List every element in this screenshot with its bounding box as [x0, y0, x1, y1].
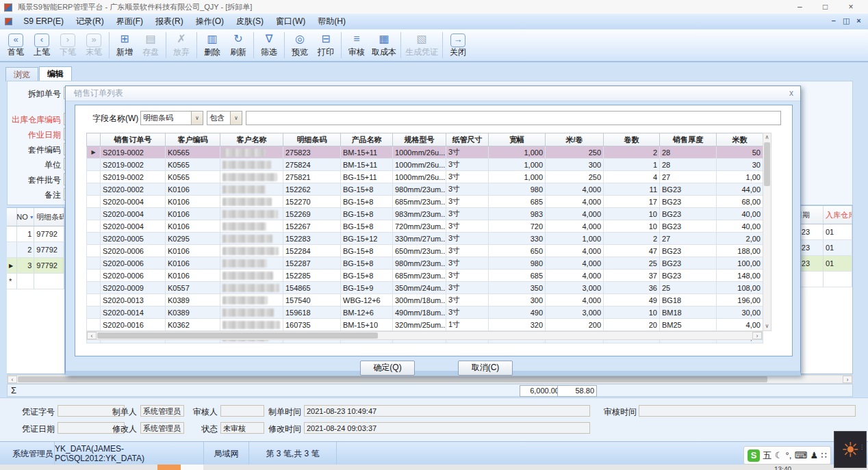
sales-order-row[interactable]: S2020-0002K0106152262BG-15+8980mm/23um..…: [87, 183, 763, 196]
right-grid-row[interactable]: 8-2301: [793, 240, 852, 256]
tab-浏览[interactable]: 浏览: [5, 67, 38, 81]
field-select[interactable]: 明细条码 ∨: [140, 111, 203, 125]
squares-icon[interactable]: ∷: [821, 450, 827, 460]
cancel-button[interactable]: 取消(C): [458, 361, 513, 376]
sales-order-row[interactable]: S2020-0004K0106152269BG-15+8983mm/23um..…: [87, 208, 763, 220]
table-vertical-scrollbar[interactable]: ∧ ∨: [763, 133, 771, 331]
menu-item-1[interactable]: 记录(R): [70, 14, 110, 29]
no-cell: [17, 274, 35, 289]
column-header-宽幅[interactable]: 宽幅: [489, 133, 546, 146]
moon-icon[interactable]: ☾: [775, 450, 783, 460]
scroll-right-icon[interactable]: ›: [843, 376, 852, 383]
scroll-left-icon[interactable]: ‹: [8, 376, 17, 383]
scrollbar-thumb[interactable]: [97, 332, 378, 339]
column-header-规格型号[interactable]: 规格型号: [393, 133, 446, 146]
keyboard-icon[interactable]: ⌨: [795, 450, 808, 460]
dialog-title-bar[interactable]: 销售订单列表 x: [66, 86, 800, 101]
column-header-客户编码[interactable]: 客户编码: [166, 133, 220, 146]
mdi-restore-button[interactable]: ◫: [841, 16, 852, 25]
sales-order-row[interactable]: S2020-0005K0295152283BG-15+12330mm/27um.…: [87, 233, 763, 245]
menu-item-3[interactable]: 报表(R): [149, 14, 190, 29]
ok-button[interactable]: 确定(Q): [360, 361, 415, 376]
chevron-down-icon[interactable]: ∨: [230, 112, 242, 125]
sales-order-row[interactable]: S2020-0006K0106152287BG-15+8980mm/23um..…: [87, 257, 763, 270]
toolbar-button-新增[interactable]: ⊞新增: [112, 29, 138, 57]
status-bar: 系统管理员YK_DATA(JAMES-PC\SQL2012:YK_DATA)局域…: [0, 441, 868, 465]
minimize-button[interactable]: –: [788, 0, 811, 14]
column-header-米/卷[interactable]: 米/卷: [546, 133, 604, 146]
dialog-close-icon[interactable]: x: [789, 86, 793, 101]
cell: 40,00: [717, 208, 763, 220]
scrollbar-thumb[interactable]: [18, 376, 767, 382]
maximize-button[interactable]: □: [814, 0, 837, 14]
person-icon[interactable]: ♟: [810, 450, 819, 460]
sales-order-row[interactable]: S2020-0009K0557154865BG-15+9350mm/24um..…: [87, 282, 763, 294]
punct-icon[interactable]: °,: [786, 450, 792, 460]
column-header-米数[interactable]: 米数: [717, 133, 763, 146]
cell: 1,000: [489, 171, 546, 183]
column-header-卷数[interactable]: 卷数: [604, 133, 660, 146]
toolbar-button-首笔[interactable]: «首笔: [3, 29, 29, 57]
scrollbar-thumb[interactable]: [764, 142, 770, 186]
toolbar-button-删除[interactable]: ▥删除: [199, 29, 225, 57]
toolbar-button-打印[interactable]: ⊟打印: [313, 29, 339, 57]
sogou-icon[interactable]: S: [748, 449, 760, 462]
sales-order-row[interactable]: S2020-0006K0106152285BG-15+8685mm/23um..…: [87, 270, 763, 282]
column-header-销售厚度[interactable]: 销售厚度: [660, 133, 717, 146]
wubi-icon[interactable]: 五: [763, 449, 771, 462]
scroll-right-icon[interactable]: ›: [752, 332, 762, 339]
menu-item-6[interactable]: 窗口(W): [270, 14, 311, 29]
left-grid-row[interactable]: 297792: [7, 242, 64, 258]
right-grid-row[interactable]: 8-2301: [793, 256, 852, 272]
chevron-down-icon[interactable]: ∨: [191, 112, 203, 125]
column-header-产品名称[interactable]: 产品名称: [341, 133, 393, 146]
toolbar-button-取成本[interactable]: ▦取成本: [370, 29, 398, 57]
sales-order-row[interactable]: S2020-0013K0389157540WBG-12+6300mm/18um.…: [87, 294, 763, 306]
toolbar-button-筛选[interactable]: ∇筛选: [256, 29, 282, 57]
sales-order-row[interactable]: S2019-0002K0565275821BG-15+111000mm/26u.…: [87, 171, 763, 183]
mdi-minimize-button[interactable]: –: [828, 16, 839, 25]
menu-item-2[interactable]: 界面(F): [110, 14, 149, 29]
operator-select[interactable]: 包含 ∨: [207, 111, 242, 125]
menu-item-4[interactable]: 操作(O): [190, 14, 230, 29]
close-button[interactable]: ×: [839, 0, 863, 14]
toolbar-button-关闭[interactable]: →关闭: [445, 29, 471, 57]
app-taskbar-icon[interactable]: ☀ ⋮: [834, 431, 867, 468]
menu-item-0[interactable]: S9 ERP(E): [17, 14, 70, 29]
sales-order-row[interactable]: ▶S2019-0002K0565275823BM-15+111000mm/26u…: [87, 146, 763, 159]
column-header-客户名称[interactable]: 客户名称: [220, 133, 283, 146]
scroll-down-icon[interactable]: ∨: [763, 322, 771, 330]
new-row[interactable]: *: [7, 274, 64, 289]
sales-order-row[interactable]: S2020-0014K0389159618BM-12+6490mm/18um..…: [87, 306, 763, 319]
column-header-纸管尺寸[interactable]: 纸管尺寸: [446, 133, 489, 146]
审核-icon: ≡: [346, 31, 368, 47]
sales-order-row[interactable]: S2020-0004K0106152270BG-15+8685mm/23um..…: [87, 196, 763, 208]
menu-item-5[interactable]: 皮肤(S): [230, 14, 270, 29]
cell: K0557: [166, 282, 220, 294]
column-header-销售订单号[interactable]: 销售订单号: [101, 133, 166, 146]
mdi-close-button[interactable]: ×: [854, 16, 864, 25]
sales-order-row[interactable]: S2020-0016K0362160735BM-15+10320mm/25um.…: [87, 319, 763, 331]
barcode-column-header[interactable]: 明细条码: [34, 208, 64, 226]
warehouse-column-header[interactable]: 入库仓库: [824, 206, 852, 224]
table-horizontal-scrollbar[interactable]: ‹ ›: [86, 331, 763, 340]
column-header-明细条码[interactable]: 明细条码: [283, 133, 341, 146]
menu-items: S9 ERP(E)记录(R)界面(F)报表(R)操作(O)皮肤(S)窗口(W)帮…: [17, 14, 352, 23]
scroll-left-icon[interactable]: ‹: [87, 332, 97, 339]
toolbar-button-预览[interactable]: ◎预览: [287, 29, 313, 57]
left-grid-row[interactable]: ▶397792: [7, 258, 64, 274]
no-column-header[interactable]: NO▼: [17, 208, 35, 226]
toolbar-button-上笔[interactable]: ‹上笔: [29, 29, 55, 57]
scroll-up-icon[interactable]: ∧: [763, 133, 771, 142]
sales-order-row[interactable]: S2020-0004K0106152267BG-15+8720mm/23um..…: [87, 220, 763, 233]
left-grid-row[interactable]: 197792: [7, 226, 64, 242]
menu-item-7[interactable]: 帮助(H): [311, 14, 352, 29]
toolbar-button-刷新[interactable]: ↻刷新: [225, 29, 251, 57]
filter-value-input[interactable]: [246, 111, 781, 125]
left-grid-header: NO▼明细条码: [7, 208, 64, 226]
sales-order-row[interactable]: S2019-0002K0565275824BM-15+111000mm/26u.…: [87, 159, 763, 171]
right-grid-row[interactable]: 8-2301: [793, 224, 852, 240]
toolbar-button-审核[interactable]: ≡审核: [344, 29, 370, 57]
sales-order-row[interactable]: S2020-0006K0106152284BG-15+8650mm/23um..…: [87, 245, 763, 257]
tab-编辑[interactable]: 编辑: [39, 66, 72, 81]
